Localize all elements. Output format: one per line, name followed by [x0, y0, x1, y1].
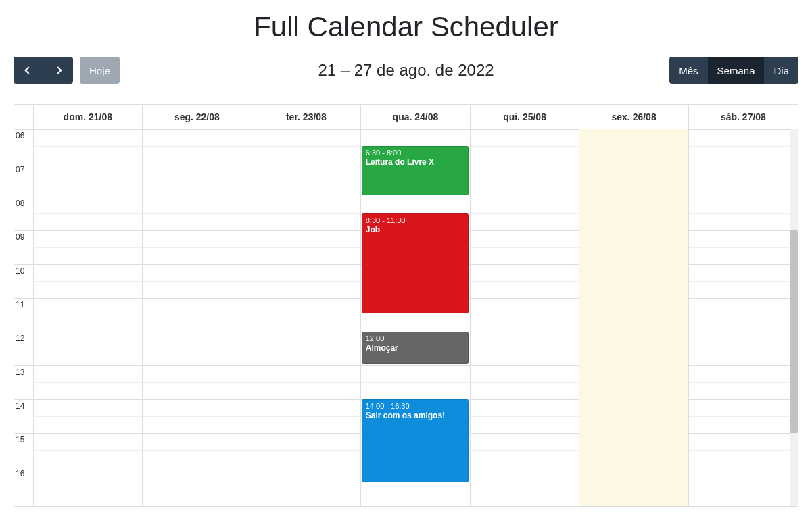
- day-header[interactable]: qui. 25/08: [470, 105, 579, 129]
- hour-label: 13: [14, 366, 33, 400]
- calendar-event[interactable]: 6:30 - 8:00Leitura do Livre X: [362, 146, 469, 195]
- day-header[interactable]: seg. 22/08: [143, 105, 252, 129]
- day-header[interactable]: sáb. 27/08: [688, 105, 798, 129]
- day-column[interactable]: [252, 129, 361, 506]
- scrollbar-track[interactable]: [790, 129, 798, 506]
- day-header[interactable]: dom. 21/08: [33, 105, 143, 129]
- calendar-header-table: dom. 21/08seg. 22/08ter. 23/08qua. 24/08…: [14, 105, 798, 129]
- calendar-event[interactable]: 12:00Almoçar: [362, 332, 469, 364]
- day-column[interactable]: [688, 129, 798, 506]
- hour-label: [14, 501, 33, 507]
- day-column[interactable]: [33, 129, 143, 506]
- hour-label: 16: [14, 467, 33, 501]
- today-button[interactable]: Hoje: [80, 57, 120, 84]
- hour-label: 14: [14, 400, 33, 434]
- chevron-left-icon: [24, 66, 32, 74]
- event-title: Almoçar: [366, 343, 465, 353]
- day-column[interactable]: 6:30 - 8:00Leitura do Livre X8:30 - 11:3…: [361, 129, 471, 506]
- event-time: 14:00 - 16:30: [366, 402, 465, 410]
- day-header[interactable]: qua. 24/08: [361, 105, 471, 129]
- time-grid[interactable]: 0607080910111213141516 6:30 - 8:00Leitur…: [14, 129, 798, 506]
- day-header[interactable]: sex. 26/08: [579, 105, 689, 129]
- toolbar-left: Hoje: [14, 57, 120, 84]
- event-title: Sair com os amigos!: [366, 411, 465, 420]
- chevron-right-icon: [54, 66, 62, 74]
- calendar-grid: dom. 21/08seg. 22/08ter. 23/08qua. 24/08…: [14, 104, 798, 507]
- next-button[interactable]: [43, 57, 73, 84]
- hour-label: 09: [14, 231, 33, 265]
- view-day-button[interactable]: Dia: [764, 57, 798, 84]
- event-title: Leitura do Livre X: [366, 157, 465, 167]
- day-columns: 6:30 - 8:00Leitura do Livre X8:30 - 11:3…: [33, 129, 798, 506]
- event-time: 12:00: [366, 334, 465, 343]
- view-week-button[interactable]: Semana: [708, 57, 765, 84]
- view-switcher: Mês Semana Dia: [669, 57, 798, 84]
- page-title: Full Calendar Scheduler: [0, 0, 812, 57]
- hour-label: 15: [14, 434, 33, 467]
- day-column[interactable]: [143, 129, 252, 506]
- view-month-button[interactable]: Mês: [669, 57, 707, 84]
- nav-button-group: [14, 57, 73, 84]
- date-range-title: 21 – 27 de ago. de 2022: [318, 61, 494, 80]
- event-title: Job: [366, 225, 465, 234]
- hour-label: 10: [14, 265, 33, 299]
- calendar-event[interactable]: 14:00 - 16:30Sair com os amigos!: [362, 399, 469, 482]
- hour-label: 06: [14, 130, 33, 163]
- axis-spacer: [14, 105, 33, 129]
- calendar-event[interactable]: 8:30 - 11:30Job: [362, 213, 469, 313]
- event-time: 6:30 - 8:00: [366, 149, 465, 157]
- scrollbar-thumb[interactable]: [790, 230, 798, 433]
- day-column[interactable]: [579, 129, 689, 506]
- calendar-toolbar: Hoje 21 – 27 de ago. de 2022 Mês Semana …: [0, 57, 812, 84]
- hour-label: 11: [14, 299, 33, 332]
- day-column[interactable]: [470, 129, 579, 506]
- prev-button[interactable]: [14, 57, 43, 84]
- day-header[interactable]: ter. 23/08: [252, 105, 361, 129]
- hour-label: 12: [14, 332, 33, 366]
- hour-label: 07: [14, 163, 33, 197]
- event-time: 8:30 - 11:30: [366, 216, 465, 224]
- hour-label: 08: [14, 197, 33, 231]
